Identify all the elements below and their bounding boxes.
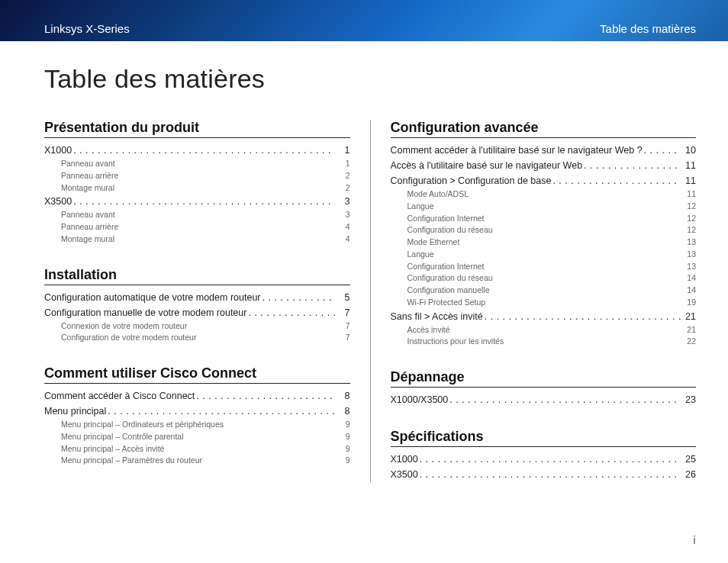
toc-subentry-page: 12 bbox=[681, 213, 696, 225]
toc-subentry[interactable]: Configuration du réseau12 bbox=[391, 224, 697, 236]
toc-entry-label: X3500 bbox=[391, 467, 418, 482]
toc-subentry-label: Accès invité bbox=[407, 324, 450, 336]
toc-subentry-label: Menu principal – Ordinateurs et périphér… bbox=[61, 419, 224, 431]
toc-leader-dots bbox=[72, 143, 334, 158]
toc-subentry[interactable]: Configuration du réseau14 bbox=[391, 272, 697, 285]
toc-subentry[interactable]: Langue13 bbox=[391, 249, 697, 261]
toc-entry[interactable]: Comment accéder à Cisco Connect8 bbox=[44, 388, 350, 404]
toc-entry-label: Configuration > Configuration de base bbox=[391, 173, 552, 188]
toc-entry[interactable]: Configuration manuelle de votre modem ro… bbox=[44, 305, 350, 320]
toc-subentry[interactable]: Instructions pour les invités22 bbox=[391, 336, 697, 348]
toc-subentry[interactable]: Panneau avant3 bbox=[44, 209, 350, 221]
toc-section-title[interactable]: Configuration avancée bbox=[391, 120, 697, 138]
toc-subentry-page: 22 bbox=[681, 336, 696, 348]
toc-entry[interactable]: Accès à l'utilitaire basé sur le navigat… bbox=[391, 158, 697, 173]
toc-entry[interactable]: Comment accéder à l'utilitaire basé sur … bbox=[391, 143, 697, 158]
toc-subentry[interactable]: Configuration Internet13 bbox=[391, 261, 697, 273]
toc-subentry-label: Configuration Internet bbox=[407, 261, 485, 273]
toc-subentry-label: Montage mural bbox=[61, 233, 114, 246]
toc-entry-label: Menu principal bbox=[44, 404, 106, 419]
toc-entry[interactable]: X35003 bbox=[44, 194, 350, 209]
toc-section-title[interactable]: Comment utiliser Cisco Connect bbox=[44, 365, 350, 384]
toc-subentry[interactable]: Menu principal – Ordinateurs et périphér… bbox=[44, 419, 350, 431]
toc-leader-dots bbox=[448, 392, 681, 407]
toc-section: Configuration avancéeComment accéder à l… bbox=[391, 120, 697, 348]
toc-entry-page: 10 bbox=[681, 143, 696, 158]
toc-subentry[interactable]: Menu principal – Contrôle parental9 bbox=[44, 431, 350, 443]
header-left: Linksys X-Series bbox=[44, 22, 130, 35]
toc-subentry-page: 11 bbox=[681, 188, 696, 201]
toc-subentry-page: 4 bbox=[335, 221, 350, 233]
toc-subentry-page: 1 bbox=[335, 158, 350, 170]
toc-column-right: Configuration avancéeComment accéder à l… bbox=[371, 120, 697, 482]
toc-leader-dots bbox=[551, 173, 681, 188]
toc-subentry[interactable]: Panneau avant1 bbox=[44, 158, 350, 170]
toc-entry[interactable]: X350026 bbox=[391, 467, 697, 482]
toc-entry-page: 5 bbox=[335, 290, 350, 305]
toc-subentry[interactable]: Montage mural4 bbox=[44, 233, 350, 246]
toc-entry-page: 26 bbox=[681, 467, 696, 482]
toc-subentry[interactable]: Wi-Fi Protected Setup19 bbox=[391, 297, 697, 309]
toc-entry[interactable]: Configuration > Configuration de base11 bbox=[391, 173, 697, 188]
toc-subentry-page: 9 bbox=[335, 431, 350, 443]
toc-entry[interactable]: X1000/X350023 bbox=[391, 392, 697, 407]
toc-subentry-page: 3 bbox=[335, 209, 350, 221]
toc-subentry[interactable]: Montage mural2 bbox=[44, 182, 350, 195]
toc-section-title[interactable]: Spécifications bbox=[391, 429, 697, 447]
toc-subentry-label: Menu principal – Paramètres du routeur bbox=[61, 455, 202, 467]
toc-entry[interactable]: Menu principal8 bbox=[44, 404, 350, 419]
toc-entry[interactable]: Configuration automatique de votre modem… bbox=[44, 290, 350, 305]
toc-subentry[interactable]: Configuration manuelle14 bbox=[391, 285, 697, 297]
toc-leader-dots bbox=[418, 452, 681, 467]
toc-subentry[interactable]: Panneau arrière2 bbox=[44, 170, 350, 182]
toc-section-title[interactable]: Dépannage bbox=[391, 369, 697, 388]
toc-section: InstallationConfiguration automatique de… bbox=[44, 267, 350, 345]
toc-leader-dots bbox=[246, 305, 334, 320]
toc-subentry[interactable]: Configuration de votre modem routeur7 bbox=[44, 332, 350, 344]
toc-entry-page: 3 bbox=[335, 194, 350, 209]
toc-leader-dots bbox=[582, 158, 681, 173]
toc-section-title[interactable]: Installation bbox=[44, 267, 350, 285]
toc-section: Présentation du produitX10001Panneau ava… bbox=[44, 120, 350, 246]
toc-subentry-page: 7 bbox=[335, 332, 350, 344]
toc-subentry-label: Montage mural bbox=[61, 182, 114, 195]
toc-column-left: Présentation du produitX10001Panneau ava… bbox=[44, 120, 371, 482]
toc-subentry[interactable]: Langue12 bbox=[391, 201, 697, 213]
toc-subentry[interactable]: Panneau arrière4 bbox=[44, 221, 350, 233]
toc-subentry[interactable]: Connexion de votre modem routeur7 bbox=[44, 320, 350, 333]
toc-entry-label: X1000/X3500 bbox=[391, 392, 449, 407]
toc-subentry[interactable]: Configuration Internet12 bbox=[391, 213, 697, 225]
toc-entry-page: 11 bbox=[681, 173, 696, 188]
toc-section: DépannageX1000/X350023 bbox=[391, 369, 697, 407]
toc-section: SpécificationsX100025X350026 bbox=[391, 429, 697, 482]
toc-subentry-page: 9 bbox=[335, 419, 350, 431]
toc-subentry-page: 19 bbox=[681, 297, 696, 309]
toc-subentry[interactable]: Mode Auto/ADSL11 bbox=[391, 188, 697, 201]
columns: Présentation du produitX10001Panneau ava… bbox=[44, 120, 696, 482]
toc-subentry-label: Configuration du réseau bbox=[407, 272, 493, 285]
toc-entry-page: 8 bbox=[335, 404, 350, 419]
toc-subentry[interactable]: Mode Ethernet13 bbox=[391, 236, 697, 249]
toc-subentry[interactable]: Menu principal – Accès invité9 bbox=[44, 443, 350, 455]
toc-entry-page: 25 bbox=[681, 452, 696, 467]
toc-subentry-page: 13 bbox=[681, 236, 696, 249]
toc-entry[interactable]: Sans fil > Accès invité21 bbox=[391, 309, 697, 324]
toc-subentry-page: 12 bbox=[681, 201, 696, 213]
toc-subentry-label: Panneau arrière bbox=[61, 170, 118, 182]
toc-entry-label: Comment accéder à Cisco Connect bbox=[44, 388, 195, 404]
toc-leader-dots bbox=[483, 309, 681, 324]
toc-subentry-label: Instructions pour les invités bbox=[407, 336, 504, 348]
toc-entry[interactable]: X100025 bbox=[391, 452, 697, 467]
toc-subentry-label: Menu principal – Accès invité bbox=[61, 443, 164, 455]
toc-subentry-page: 12 bbox=[681, 224, 696, 236]
toc-subentry-page: 13 bbox=[681, 249, 696, 261]
toc-subentry-label: Configuration du réseau bbox=[407, 224, 493, 236]
toc-entry[interactable]: X10001 bbox=[44, 143, 350, 158]
toc-section-title[interactable]: Présentation du produit bbox=[44, 120, 350, 138]
toc-subentry-page: 9 bbox=[335, 443, 350, 455]
toc-subentry-label: Panneau avant bbox=[61, 158, 115, 170]
toc-subentry[interactable]: Accès invité21 bbox=[391, 324, 697, 336]
toc-subentry[interactable]: Menu principal – Paramètres du routeur9 bbox=[44, 455, 350, 467]
toc-subentry-page: 9 bbox=[335, 455, 350, 467]
toc-subentry-label: Langue bbox=[407, 249, 434, 261]
